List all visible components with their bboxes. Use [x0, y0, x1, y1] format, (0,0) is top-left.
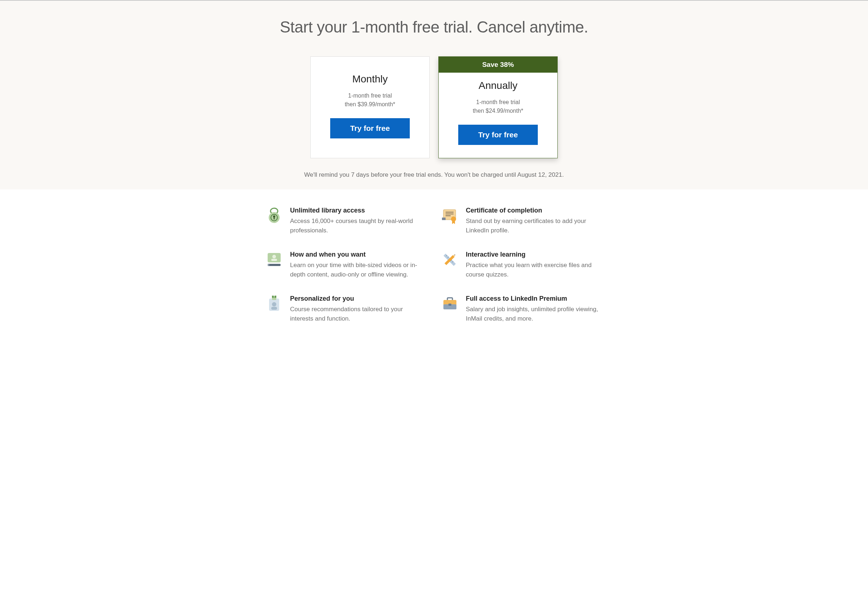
briefcase-icon	[441, 295, 459, 312]
save-banner: Save 38%	[439, 57, 557, 73]
feature-item: How and when you want Learn on your time…	[266, 251, 427, 279]
reminder-text: We'll remind you 7 days before your free…	[266, 171, 602, 178]
plans-row: Monthly 1-month free trial then $39.99/m…	[266, 56, 602, 158]
plan-subline-1: 1-month free trial	[476, 98, 520, 107]
plan-name: Monthly	[352, 74, 388, 85]
feature-title: Certificate of completion	[466, 207, 602, 214]
feature-desc: Access 16,000+ courses taught by real-wo…	[290, 216, 427, 235]
feature-title: How and when you want	[290, 251, 427, 258]
features-section: Unlimited library access Access 16,000+ …	[0, 189, 868, 345]
feature-title: Full access to LinkedIn Premium	[466, 295, 602, 302]
svg-rect-4	[274, 217, 275, 219]
svg-point-29	[272, 302, 276, 306]
id-badge-icon	[266, 295, 283, 312]
svg-rect-27	[272, 296, 274, 298]
feature-item: Full access to LinkedIn Premium Salary a…	[441, 295, 602, 323]
feature-title: Unlimited library access	[290, 207, 427, 214]
ruler-pencil-icon	[441, 251, 459, 268]
plan-subline-1: 1-month free trial	[348, 91, 392, 100]
lock-icon	[266, 207, 283, 224]
svg-point-12	[272, 255, 276, 258]
plan-subline-2: then $39.99/month*	[345, 100, 395, 109]
feature-desc: Course recommendations tailored to your …	[290, 305, 427, 323]
certificate-icon	[441, 207, 459, 224]
svg-point-9	[451, 216, 456, 222]
feature-item: Unlimited library access Access 16,000+ …	[266, 207, 427, 235]
video-card-icon	[266, 251, 283, 268]
svg-rect-10	[442, 218, 446, 220]
feature-item: Personalized for you Course recommendati…	[266, 295, 427, 323]
svg-rect-13	[271, 259, 277, 261]
feature-title: Interactive learning	[466, 251, 602, 258]
hero-section: Start your 1-month free trial. Cancel an…	[0, 0, 868, 189]
feature-item: Interactive learning Practice what you l…	[441, 251, 602, 279]
page-headline: Start your 1-month free trial. Cancel an…	[266, 18, 602, 36]
plan-name: Annually	[478, 80, 517, 91]
feature-title: Personalized for you	[290, 295, 427, 302]
feature-desc: Salary and job insights, unlimited profi…	[466, 305, 602, 323]
feature-desc: Stand out by earning certificates to add…	[466, 216, 602, 235]
plan-card-monthly: Monthly 1-month free trial then $39.99/m…	[310, 56, 430, 158]
plan-subline-2: then $24.99/month*	[473, 107, 523, 115]
feature-item: Certificate of completion Stand out by e…	[441, 207, 602, 235]
svg-rect-34	[449, 303, 451, 306]
plan-card-annually: Save 38% Annually 1-month free trial the…	[438, 56, 558, 158]
feature-desc: Practice what you learn with exercise fi…	[466, 261, 602, 279]
svg-rect-30	[271, 307, 277, 310]
try-for-free-button-monthly[interactable]: Try for free	[330, 118, 410, 138]
svg-rect-28	[275, 296, 276, 298]
feature-desc: Learn on your time with bite-sized video…	[290, 261, 427, 279]
try-for-free-button-annually[interactable]: Try for free	[458, 125, 538, 145]
